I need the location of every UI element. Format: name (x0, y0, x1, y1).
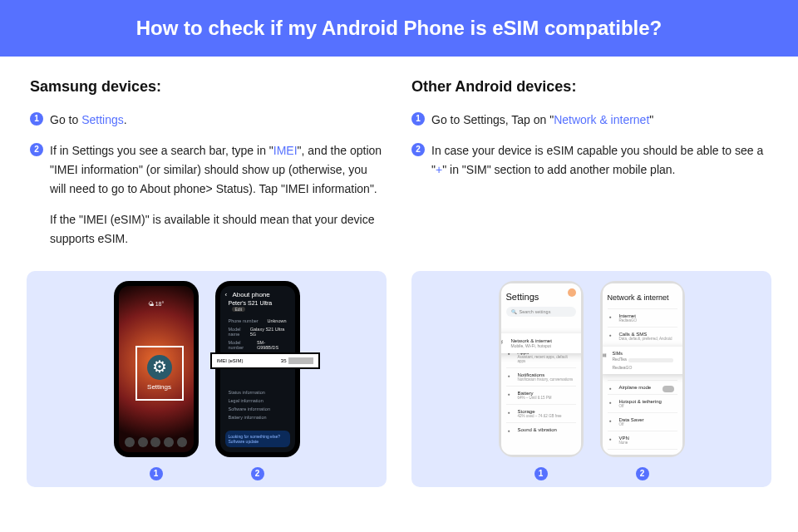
back-icon: ‹ About phone (225, 291, 290, 298)
list-item: Battery information (225, 413, 290, 421)
list-item: Status information (225, 388, 290, 397)
avatar-icon (568, 288, 576, 297)
list-item: Software information (225, 405, 290, 413)
phone-frame: Network & internet InternetRedteaGO Call… (600, 281, 685, 457)
samsung-column: Samsung devices: Go to Settings. If in S… (30, 78, 387, 261)
screenshots-row: 🌤 18° Settings 1 (27, 271, 771, 487)
edit-button: Edit (232, 307, 246, 312)
phone-screen: 🌤 18° Settings (119, 286, 194, 452)
list-item: Private DNS (608, 449, 677, 455)
search-placeholder: Search settings (520, 309, 551, 314)
network-title: Network & internet (608, 293, 677, 302)
search-settings: 🔍 Search settings (506, 307, 576, 317)
list-item: Data SaverOff (608, 412, 677, 431)
text: " in "SIM" section to add another mobile… (442, 163, 675, 176)
samsung-heading: Samsung devices: (30, 78, 387, 96)
airplane-toggle-icon (663, 386, 674, 392)
hero-title: How to check if my Android Phone is eSIM… (0, 0, 798, 57)
about-phone-screen: ‹ About phone Peter's S21 Ultra Edit Pho… (220, 286, 295, 452)
list-item: Storage42% used – 74.62 GB free (506, 404, 576, 422)
text: If in Settings you see a search bar, typ… (50, 144, 273, 157)
samsung-shot-2-wrap: ‹ About phone Peter's S21 Ultra Edit Pho… (215, 281, 300, 480)
other-step-2: In case your device is eSIM capable you … (411, 141, 768, 180)
imei-esim-callout: IMEI (eSIM) 35 (210, 352, 320, 369)
other-screenshots: Settings 🔍 Search settings AppsAssistant… (411, 271, 771, 487)
shot-badge-1: 1 (534, 467, 548, 480)
text: Go to Settings, Tap on " (431, 113, 554, 126)
list-item: VPNNone (608, 431, 677, 449)
imei-esim-label: IMEI (eSIM) (217, 358, 244, 363)
gear-icon (147, 355, 172, 380)
list-item: InternetRedteaGO (608, 308, 677, 327)
list-item: Legal information (225, 397, 290, 405)
search-icon: 🔍 (511, 309, 517, 314)
sims-callout: SIMs RedTea + RedteaGO (603, 347, 682, 374)
phone-frame: 🌤 18° Settings (114, 281, 199, 457)
samsung-step-2: If in Settings you see a search bar, typ… (30, 141, 387, 199)
search-footer: Looking for something else? Software upd… (225, 431, 290, 447)
network-internet-link[interactable]: Network & internet (554, 113, 649, 126)
other-steps: Go to Settings, Tap on "Network & intern… (411, 111, 768, 180)
home-wallpaper: 🌤 18° Settings (119, 286, 194, 452)
table-row: Phone numberUnknown (225, 317, 290, 325)
settings-screen: Settings 🔍 Search settings AppsAssistant… (501, 283, 581, 455)
text: . (124, 113, 127, 126)
other-step-1: Go to Settings, Tap on "Network & intern… (411, 111, 768, 130)
samsung-step-1: Go to Settings. (30, 111, 387, 130)
imei-prefix: 35 (281, 358, 287, 363)
phone-screen: Settings 🔍 Search settings AppsAssistant… (501, 283, 581, 455)
sim-bar (628, 358, 673, 362)
phone-frame: ‹ About phone Peter's S21 Ultra Edit Pho… (215, 281, 300, 457)
list-item: Airplane mode (608, 380, 677, 394)
plus-link[interactable]: + (436, 163, 442, 176)
other-shot-1-wrap: Settings 🔍 Search settings AppsAssistant… (499, 281, 584, 480)
other-column: Other Android devices: Go to Settings, T… (411, 78, 768, 261)
phone-screen: ‹ About phone Peter's S21 Ultra Edit Pho… (220, 286, 295, 452)
network-internet-callout: Network & internet Mobile, Wi-Fi, hotspo… (501, 333, 581, 353)
shot-badge-1: 1 (150, 467, 163, 480)
phone-frame: Settings 🔍 Search settings AppsAssistant… (499, 281, 584, 457)
imei-masked (288, 357, 313, 364)
list-item: NotificationsNotification history, conve… (506, 367, 576, 386)
settings-app-highlight: Settings (135, 346, 184, 401)
list-item: Battery64% – Until 6:15 PM (506, 386, 576, 404)
other-shot-2-wrap: Network & internet InternetRedteaGO Call… (600, 281, 685, 480)
dock-icons (124, 437, 189, 447)
about-phone-header: About phone (232, 291, 269, 298)
samsung-screenshots: 🌤 18° Settings 1 (27, 271, 387, 487)
list-item: Hotspot & tetheringOff (608, 394, 677, 412)
samsung-steps: Go to Settings. If in Settings you see a… (30, 111, 387, 199)
instructions-columns: Samsung devices: Go to Settings. If in S… (0, 57, 798, 261)
callout-subtitle: Mobile, Wi-Fi, hotspot (511, 343, 581, 348)
phone-screen: Network & internet InternetRedteaGO Call… (603, 283, 682, 455)
device-name: Peter's S21 Ultra Edit (229, 300, 290, 312)
sim-name: RedTea (613, 357, 627, 362)
other-heading: Other Android devices: (411, 78, 768, 96)
weather-widget: 🌤 18° (119, 301, 194, 307)
shot-badge-2: 2 (636, 467, 649, 480)
list-item: Calls & SMSData, default, preferred, And… (608, 327, 677, 345)
text: " (649, 113, 653, 126)
settings-app-label: Settings (147, 383, 171, 391)
settings-link[interactable]: Settings (81, 113, 124, 126)
samsung-step-2-note: If the "IMEI (eSIM)" is available it sho… (30, 210, 387, 249)
list-item: Sound & vibration (506, 422, 576, 436)
text: Go to (50, 113, 81, 126)
shot-badge-2: 2 (251, 467, 264, 480)
table-row: Model nameGalaxy S21 Ultra 5G (225, 325, 290, 338)
samsung-shot-1-wrap: 🌤 18° Settings 1 (114, 281, 199, 480)
table-row: Model numberSM-G998B/DS (225, 338, 290, 352)
settings-title: Settings (506, 292, 576, 302)
imei-link[interactable]: IMEI (273, 144, 298, 157)
sim-secondary: RedteaGO (613, 365, 682, 370)
